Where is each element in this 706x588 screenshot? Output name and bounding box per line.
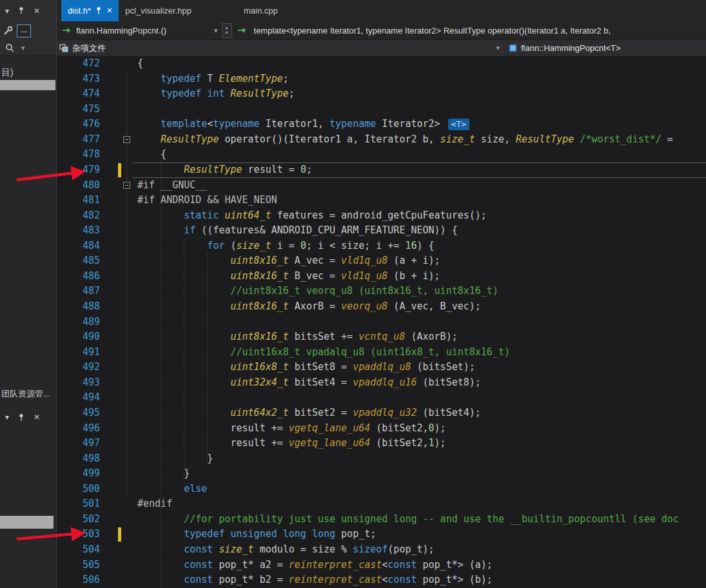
line-number[interactable]: 477: [57, 132, 105, 148]
code-line[interactable]: 475: [57, 102, 706, 117]
gutter-margin[interactable]: [105, 253, 137, 269]
pin-icon[interactable]: [18, 413, 25, 422]
stepper-up-icon[interactable]: ▴: [226, 25, 228, 30]
stepper-down-icon[interactable]: ▾: [226, 30, 228, 35]
code-line[interactable]: 495 uint64x2_t bitSet2 = vpaddlq_u32 (bi…: [57, 406, 706, 421]
gutter-margin[interactable]: −: [105, 132, 137, 148]
scope-dropdown[interactable]: flann.HammingPopcnt.(): [76, 26, 210, 35]
line-number[interactable]: 475: [57, 102, 105, 117]
gutter-margin[interactable]: [105, 72, 137, 87]
line-number[interactable]: 492: [57, 360, 105, 375]
gutter-margin[interactable]: [105, 269, 137, 284]
gutter-margin[interactable]: [105, 284, 137, 299]
code-line[interactable]: 477− ResultType operator()(Iterator1 a, …: [57, 132, 706, 148]
close-icon[interactable]: ✕: [34, 6, 40, 15]
line-number[interactable]: 478: [57, 147, 105, 162]
pin-icon[interactable]: [18, 6, 25, 15]
search-icon[interactable]: [5, 43, 15, 53]
line-number[interactable]: 491: [57, 345, 105, 360]
code-line[interactable]: 485 uint8x16_t A_vec = vld1q_u8 (a + i);: [57, 253, 706, 269]
chevron-down-icon[interactable]: ▾: [214, 26, 218, 35]
line-number[interactable]: 480: [57, 178, 105, 193]
line-number[interactable]: 501: [57, 496, 105, 512]
line-number[interactable]: 500: [57, 482, 105, 497]
line-number[interactable]: 472: [57, 56, 105, 72]
line-number[interactable]: 486: [57, 269, 105, 284]
line-number[interactable]: 483: [57, 223, 105, 239]
line-number[interactable]: 485: [57, 253, 105, 269]
line-number[interactable]: 499: [57, 466, 105, 482]
line-number[interactable]: 490: [57, 329, 105, 345]
gutter-margin[interactable]: [105, 496, 137, 512]
line-number[interactable]: 489: [57, 315, 105, 330]
pin-icon[interactable]: [95, 6, 102, 15]
line-number[interactable]: 503: [57, 527, 105, 542]
gutter-margin[interactable]: [105, 406, 137, 421]
chevron-down-icon[interactable]: ▾: [5, 413, 9, 422]
tab-dist-h[interactable]: dist.h* ✕: [61, 0, 119, 21]
chevron-down-icon[interactable]: ▾: [5, 6, 9, 15]
code-line[interactable]: 480−#if __GNUC__: [57, 178, 706, 193]
gutter-margin[interactable]: [105, 329, 137, 345]
gutter-margin[interactable]: [105, 360, 137, 375]
line-number[interactable]: 502: [57, 512, 105, 527]
chevron-down-icon[interactable]: ▾: [21, 44, 25, 52]
code-line[interactable]: 481#if ANDROID && HAVE_NEON: [57, 193, 706, 208]
code-line[interactable]: 483 if ((features& ANDROID_CPU_ARM_FEATU…: [57, 223, 706, 239]
code-line[interactable]: 490 uint8x16_t bitsSet += vcntq_u8 (Axor…: [57, 329, 706, 345]
gutter-margin[interactable]: [105, 56, 137, 72]
code-line[interactable]: 505 const pop_t* a2 = reinterpret_cast<c…: [57, 558, 706, 573]
line-number[interactable]: 484: [57, 239, 105, 254]
code-line[interactable]: 486 uint8x16_t B_vec = vld1q_u8 (b + i);: [57, 269, 706, 284]
code-line[interactable]: 488 uint8x16_t AxorB = veorq_u8 (A_vec, …: [57, 299, 706, 315]
gutter-margin[interactable]: [105, 512, 137, 527]
panel-scroll-thumb[interactable]: [0, 516, 54, 529]
code-line[interactable]: 493 uint32x4_t bitSet4 = vpaddlq_u16 (bi…: [57, 375, 706, 391]
code-line[interactable]: 494: [57, 390, 706, 406]
code-line[interactable]: 491 //uint16x8_t vpadalq_u8 (uint16x8_t,…: [57, 345, 706, 360]
line-number[interactable]: 488: [57, 299, 105, 315]
line-number[interactable]: 495: [57, 406, 105, 421]
member-dropdown[interactable]: template<typename Iterator1, typename It…: [254, 26, 706, 35]
code-line[interactable]: 499 }: [57, 466, 706, 482]
gutter-margin[interactable]: [105, 527, 137, 542]
chevron-down-icon[interactable]: ▾: [496, 44, 500, 52]
gutter-margin[interactable]: [105, 315, 137, 330]
code-line[interactable]: 487 //uint8x16_t veorq_u8 (uint8x16_t, u…: [57, 284, 706, 299]
gutter-margin[interactable]: [105, 299, 137, 315]
code-line[interactable]: 479 ResultType result = 0;: [57, 162, 706, 178]
line-number[interactable]: 487: [57, 284, 105, 299]
line-number[interactable]: 479: [57, 162, 105, 178]
gutter-margin[interactable]: [105, 421, 137, 436]
tab-main-cpp[interactable]: main.cpp: [237, 0, 284, 21]
line-number[interactable]: 506: [57, 573, 105, 588]
code-line[interactable]: 498 }: [57, 451, 706, 467]
toggle-box-icon[interactable]: —: [17, 24, 31, 37]
gutter-margin[interactable]: [105, 436, 137, 451]
gutter-margin[interactable]: [105, 390, 137, 406]
code-line[interactable]: 504 const size_t modulo = size % sizeof(…: [57, 542, 706, 558]
code-line[interactable]: 492 uint16x8_t bitSet8 = vpaddlq_u8 (bit…: [57, 360, 706, 375]
code-line[interactable]: 489: [57, 315, 706, 330]
gutter-margin[interactable]: [105, 482, 137, 497]
close-icon[interactable]: ✕: [106, 6, 112, 15]
gutter-margin[interactable]: [105, 451, 137, 467]
gutter-margin[interactable]: [105, 208, 137, 224]
line-number[interactable]: 476: [57, 117, 105, 132]
code-line[interactable]: 482 static uint64_t features = android_g…: [57, 208, 706, 224]
gutter-margin[interactable]: [105, 147, 137, 162]
fold-marker[interactable]: −: [123, 182, 130, 189]
gutter-margin[interactable]: [105, 345, 137, 360]
code-line[interactable]: 497 result += vgetq_lane_u64 (bitSet2,1)…: [57, 436, 706, 451]
line-number[interactable]: 505: [57, 558, 105, 573]
code-line[interactable]: 473 typedef T ElementType;: [57, 72, 706, 87]
tab-pcl-visualizer[interactable]: pcl_visualizer.hpp: [119, 0, 198, 21]
line-number[interactable]: 482: [57, 208, 105, 224]
line-number[interactable]: 474: [57, 86, 105, 102]
gutter-margin[interactable]: [105, 102, 137, 117]
gutter-margin[interactable]: [105, 542, 137, 558]
code-editor[interactable]: 472{473 typedef T ElementType;474 typede…: [57, 56, 706, 588]
line-number[interactable]: 494: [57, 390, 105, 406]
code-line[interactable]: 496 result += vgetq_lane_u64 (bitSet2,0)…: [57, 421, 706, 436]
line-number[interactable]: 493: [57, 375, 105, 391]
